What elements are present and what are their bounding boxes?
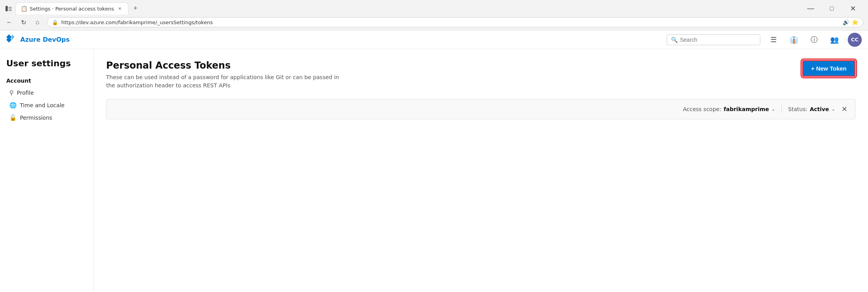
- filter-bar: Access scope: fabrikamprime ⌄ Status: Ac…: [106, 99, 856, 119]
- svg-rect-2: [9, 9, 12, 9]
- filter-divider: [781, 105, 782, 113]
- lock-icon: 🔒: [52, 19, 58, 25]
- filter-close-btn[interactable]: ✕: [841, 105, 847, 113]
- sidebar-section-account: Account: [6, 78, 87, 84]
- app-logo-text: Azure DevOps: [20, 36, 70, 43]
- status-chevron-icon: ⌄: [831, 106, 835, 112]
- tab-title: Settings · Personal access tokens: [30, 6, 114, 12]
- back-btn[interactable]: ←: [3, 16, 16, 28]
- profile-icon: ⚲: [9, 89, 14, 96]
- permissions-icon: 🔓: [9, 114, 17, 121]
- browser-tab[interactable]: 📋 Settings · Personal access tokens ×: [16, 2, 128, 14]
- access-scope-filter[interactable]: Access scope: fabrikamprime ⌄: [683, 106, 776, 112]
- refresh-btn[interactable]: ↻: [17, 16, 30, 28]
- sidebar-item-time-locale-label: Time and Locale: [20, 102, 64, 108]
- globe-icon: 🌐: [9, 102, 17, 109]
- sidebar-item-profile-label: Profile: [17, 90, 34, 96]
- tab-favicon: 📋: [21, 5, 27, 12]
- settings-people-btn[interactable]: 👥: [827, 33, 841, 47]
- close-window-btn[interactable]: ✕: [844, 3, 862, 14]
- status-value: Active: [810, 106, 829, 112]
- sidebar-item-time-locale[interactable]: 🌐 Time and Locale: [6, 99, 87, 111]
- access-scope-chevron-icon: ⌄: [771, 106, 775, 112]
- devops-logo-icon: [6, 34, 17, 45]
- tab-close-btn[interactable]: ×: [116, 5, 123, 12]
- minimize-btn[interactable]: —: [802, 3, 820, 14]
- search-box[interactable]: 🔍: [667, 34, 760, 45]
- page-header-text: Personal Access Tokens These can be used…: [106, 60, 340, 90]
- url-text: https://dev.azure.com/fabrikamprime/_use…: [61, 19, 840, 25]
- search-input[interactable]: [680, 37, 756, 43]
- new-token-button[interactable]: + New Token: [802, 60, 856, 77]
- sidebar-item-permissions[interactable]: 🔓 Permissions: [6, 112, 87, 124]
- app-logo[interactable]: Azure DevOps: [6, 34, 70, 45]
- main-content: Personal Access Tokens These can be used…: [94, 49, 868, 292]
- page-description: These can be used instead of a password …: [106, 73, 340, 90]
- page-header: Personal Access Tokens These can be used…: [106, 60, 856, 90]
- svg-rect-0: [5, 6, 8, 11]
- status-label: Status:: [788, 106, 807, 112]
- access-scope-label: Access scope:: [683, 106, 721, 112]
- sidebar-title: User settings: [6, 58, 87, 68]
- sidebar: User settings Account ⚲ Profile 🌐 Time a…: [0, 49, 94, 292]
- address-bar: 🔒 https://dev.azure.com/fabrikamprime/_u…: [47, 17, 863, 27]
- svg-rect-1: [9, 7, 12, 8]
- maximize-btn[interactable]: □: [823, 3, 841, 14]
- home-btn[interactable]: ⌂: [31, 16, 44, 28]
- search-icon: 🔍: [671, 37, 678, 43]
- sidebar-item-permissions-label: Permissions: [20, 115, 52, 121]
- svg-rect-3: [9, 10, 12, 11]
- app-header: Azure DevOps 🔍 ☰ 👔 ⓘ 👥 CC: [0, 30, 868, 49]
- access-scope-value: fabrikamprime: [724, 106, 769, 112]
- shopping-bag-btn[interactable]: 👔: [787, 33, 801, 47]
- read-aloud-icon: 🔊: [843, 19, 849, 25]
- new-tab-btn[interactable]: +: [130, 3, 141, 14]
- help-btn[interactable]: ⓘ: [807, 33, 821, 47]
- avatar[interactable]: CC: [848, 33, 862, 47]
- sidebar-toggle-btn[interactable]: [3, 3, 14, 14]
- favorites-icon: ⭐: [852, 19, 858, 25]
- task-list-btn[interactable]: ☰: [767, 33, 781, 47]
- page-title: Personal Access Tokens: [106, 60, 340, 71]
- page-layout: User settings Account ⚲ Profile 🌐 Time a…: [0, 49, 868, 292]
- status-filter[interactable]: Status: Active ⌄: [788, 106, 835, 112]
- sidebar-item-profile[interactable]: ⚲ Profile: [6, 87, 87, 99]
